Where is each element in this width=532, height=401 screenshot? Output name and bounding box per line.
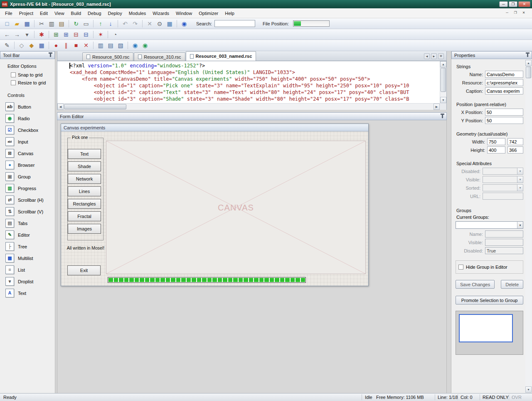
tab-scroll-left-icon[interactable]: ◂ bbox=[424, 53, 430, 59]
field-sorted[interactable]: ▾ bbox=[483, 184, 523, 191]
control-button[interactable]: abButton bbox=[5, 102, 55, 111]
compile-gear-button[interactable]: ✱ bbox=[37, 30, 46, 39]
node-button[interactable]: ◇ bbox=[17, 41, 26, 50]
menu-help[interactable]: Help bbox=[222, 9, 238, 17]
menu-wizards[interactable]: Wizards bbox=[149, 9, 172, 17]
tab-resource-310-rsc[interactable]: Resource_310.rsc bbox=[134, 52, 185, 61]
remove-row-button[interactable]: ⊟ bbox=[71, 30, 81, 39]
goto-bottom-button[interactable]: ↓ bbox=[106, 19, 115, 28]
name-field[interactable] bbox=[485, 71, 523, 78]
dock-right-button[interactable]: → bbox=[12, 30, 22, 39]
pin-icon[interactable] bbox=[50, 54, 51, 57]
close-button[interactable]: ✕ bbox=[518, 1, 530, 7]
control-droplist[interactable]: ▾Droplist bbox=[5, 277, 55, 286]
restore-button[interactable]: ❐ bbox=[509, 1, 517, 7]
pause-button[interactable]: ∥ bbox=[62, 41, 71, 50]
menu-optimizer[interactable]: Optimizer bbox=[195, 9, 222, 17]
group-name-field[interactable] bbox=[485, 230, 523, 238]
control-tree[interactable]: ├Tree bbox=[5, 242, 55, 251]
mdi-restore-button[interactable]: ❐ bbox=[512, 10, 519, 16]
control-multilist[interactable]: ▦Multilist bbox=[5, 254, 55, 262]
menu-edit[interactable]: Edit bbox=[37, 9, 51, 17]
scroll-left-icon[interactable]: ◀ bbox=[57, 104, 64, 110]
height-usable-field[interactable] bbox=[507, 146, 523, 153]
control-browser[interactable]: ●Browser bbox=[5, 161, 55, 169]
menu-build[interactable]: Build bbox=[68, 9, 84, 17]
save-changes-button[interactable]: Save Changes bbox=[456, 280, 495, 289]
scroll-down-icon[interactable]: ▼ bbox=[525, 386, 532, 393]
horizontal-scroll-thumb[interactable] bbox=[64, 104, 126, 109]
copy-button[interactable]: ▥ bbox=[47, 19, 56, 28]
menu-project[interactable]: Project bbox=[16, 9, 37, 17]
control-input[interactable]: ablInput bbox=[5, 137, 55, 146]
run-burst-button[interactable]: ✶ bbox=[96, 30, 105, 39]
globe-button[interactable]: ◉ bbox=[131, 41, 140, 50]
vertical-scroll-thumb[interactable] bbox=[441, 68, 446, 92]
group-disabled-field[interactable] bbox=[485, 247, 523, 254]
cut-button[interactable]: ✂ bbox=[37, 19, 46, 28]
field-disabled[interactable]: ▾ bbox=[483, 168, 523, 175]
deploy-cube-button[interactable]: ◆ bbox=[27, 41, 36, 50]
form-button-network[interactable]: Network bbox=[68, 174, 101, 184]
mdi-minimize-button[interactable]: ─ bbox=[504, 10, 510, 16]
scroll-up-icon[interactable]: ▲ bbox=[440, 61, 446, 67]
open-file-button[interactable]: ▰ bbox=[12, 19, 22, 28]
pin-icon[interactable] bbox=[527, 54, 528, 57]
record-button[interactable]: ● bbox=[52, 41, 61, 50]
paste-button[interactable]: ▤ bbox=[57, 19, 66, 28]
field-visible[interactable]: ▾ bbox=[483, 176, 523, 183]
delete-button[interactable]: ✕ bbox=[145, 19, 154, 28]
checkbox-icon[interactable] bbox=[11, 80, 16, 85]
control-radio[interactable]: ◉Radio bbox=[5, 114, 55, 123]
current-groups-select[interactable]: ▾ bbox=[456, 221, 523, 229]
x-position-field[interactable] bbox=[485, 109, 523, 116]
control-canvas[interactable]: ⊠Canvas bbox=[5, 149, 55, 158]
tab-resource-003-named-rsc[interactable]: Resource_003_named.rsc bbox=[186, 51, 256, 61]
width-actual-field[interactable] bbox=[487, 138, 505, 145]
menu-debug[interactable]: Debug bbox=[84, 9, 104, 17]
code-area[interactable]: <?xml version="1.0" encoding="windows-12… bbox=[57, 61, 446, 110]
control-scrollbar-h[interactable]: ⇄Scrollbar (H) bbox=[5, 196, 55, 204]
promote-selection-button[interactable]: Promote Selection to Group bbox=[456, 296, 523, 304]
option-snap-to-grid[interactable]: Snap to grid bbox=[11, 72, 55, 77]
form-button-text[interactable]: Text bbox=[68, 149, 101, 159]
save-button[interactable]: ▦ bbox=[22, 19, 32, 28]
form-button-images[interactable]: Images bbox=[68, 224, 101, 234]
form-button-rectangles[interactable]: Rectangles bbox=[68, 199, 101, 209]
group-visible-field[interactable] bbox=[485, 239, 523, 246]
control-checkbox[interactable]: ☑Checkbox bbox=[5, 126, 55, 134]
form-button-exit[interactable]: Exit bbox=[67, 265, 101, 275]
cancel-button[interactable]: ✕ bbox=[81, 41, 91, 50]
vertical-scroll-thumb[interactable] bbox=[526, 67, 531, 78]
hide-group-checkbox[interactable] bbox=[458, 265, 463, 270]
menu-file[interactable]: File bbox=[2, 9, 16, 17]
control-editor[interactable]: ✎Editor bbox=[5, 230, 55, 239]
split-horizontal-button[interactable]: ▥ bbox=[96, 41, 105, 50]
form-button-shade[interactable]: Shade bbox=[68, 161, 101, 171]
remove-column-button[interactable]: ⊟ bbox=[81, 30, 91, 39]
code-horizontal-scrollbar[interactable]: ◀ ▶ bbox=[57, 103, 440, 110]
caption-field[interactable] bbox=[485, 87, 523, 94]
form-canvas[interactable]: CANVAS bbox=[106, 141, 366, 274]
scroll-right-icon[interactable]: ▶ bbox=[433, 104, 440, 110]
insert-row-button[interactable]: ⊞ bbox=[52, 30, 61, 39]
edit-pencil-button[interactable]: ✎ bbox=[2, 41, 12, 50]
help-button[interactable]: ◉ bbox=[180, 19, 189, 28]
redo-button[interactable]: ↷ bbox=[131, 19, 140, 28]
width-usable-field[interactable] bbox=[507, 138, 523, 145]
globe-stats-button[interactable]: ◉ bbox=[140, 41, 150, 50]
history-clock-button[interactable]: ◔ bbox=[111, 30, 120, 39]
new-file-button[interactable]: □ bbox=[2, 19, 12, 28]
form-progress-bar[interactable] bbox=[108, 277, 306, 283]
tab-close-icon[interactable]: ✕ bbox=[438, 53, 444, 59]
undo-button[interactable]: ↶ bbox=[121, 19, 130, 28]
scroll-up-icon[interactable]: ▲ bbox=[525, 60, 532, 66]
cascade-windows-button[interactable]: ▧ bbox=[116, 41, 125, 50]
form-button-fractal[interactable]: Fractal bbox=[68, 211, 101, 221]
table-view-button[interactable]: ▦ bbox=[165, 19, 174, 28]
control-tabs[interactable]: ▤Tabs bbox=[5, 219, 55, 228]
option-resize-to-grid[interactable]: Resize to grid bbox=[11, 80, 55, 85]
stop-button[interactable]: ■ bbox=[71, 41, 81, 50]
menu-modules[interactable]: Modules bbox=[126, 9, 150, 17]
control-scrollbar-v[interactable]: ⇅Scrollbar (V) bbox=[5, 207, 55, 216]
